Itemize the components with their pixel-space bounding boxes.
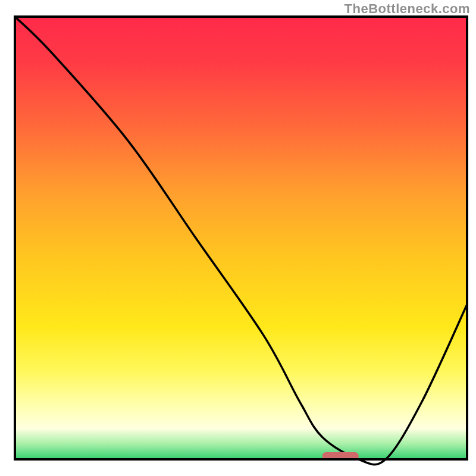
watermark-text: TheBottleneck.com [345, 1, 470, 17]
chart-canvas: TheBottleneck.com [0, 0, 476, 476]
chart-svg [0, 0, 476, 476]
plot-area [15, 17, 467, 465]
plot-background [15, 17, 467, 459]
